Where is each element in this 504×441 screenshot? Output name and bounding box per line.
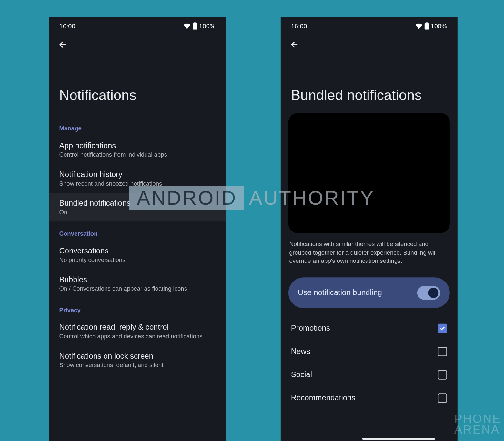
- category-label: Social: [291, 370, 312, 379]
- category-label: News: [291, 347, 310, 356]
- setting-sub: Show conversations, default, and silent: [59, 362, 216, 368]
- phone-left: 16:00 100% Notifications Manage App noti…: [49, 17, 226, 441]
- setting-sub: Control which apps and devices can read …: [59, 333, 216, 340]
- setting-bundled-notifications[interactable]: Bundled notifications On: [49, 193, 226, 221]
- setting-sub: No priority conversations: [59, 256, 216, 263]
- category-row-news[interactable]: News: [281, 340, 458, 363]
- watermark-corner-l2: ARENA: [454, 424, 501, 435]
- toggle-use-bundling[interactable]: Use notification bundling: [288, 277, 450, 308]
- section-header-privacy: Privacy: [49, 298, 226, 317]
- category-label: Recommendations: [291, 394, 356, 403]
- setting-sub: On: [59, 209, 216, 215]
- app-bar: [281, 34, 458, 56]
- watermark-corner: PHONE ARENA: [454, 413, 501, 435]
- setting-title: Bundled notifications: [59, 199, 216, 208]
- back-icon[interactable]: [290, 40, 299, 49]
- battery-icon: [424, 22, 429, 30]
- checkbox-icon[interactable]: [438, 324, 447, 333]
- category-label: Promotions: [291, 324, 330, 333]
- setting-title: Notification history: [59, 170, 216, 179]
- status-time: 16:00: [59, 22, 76, 30]
- setting-app-notifications[interactable]: App notifications Control notifications …: [49, 135, 226, 164]
- category-row-recommendations[interactable]: Recommendations: [281, 386, 458, 410]
- page-title: Notifications: [49, 56, 226, 117]
- watermark-corner-l1: PHONE: [454, 413, 501, 424]
- section-header-manage: Manage: [49, 116, 226, 135]
- nav-indicator: [362, 438, 435, 440]
- setting-sub: On / Conversations can appear as floatin…: [59, 285, 216, 292]
- checkbox-icon[interactable]: [438, 370, 447, 379]
- svg-rect-3: [426, 22, 428, 23]
- setting-conversations[interactable]: Conversations No priority conversations: [49, 241, 226, 269]
- setting-sub: Control notifications from individual ap…: [59, 151, 216, 158]
- status-icons: 100%: [183, 22, 215, 30]
- setting-title: Bubbles: [59, 275, 216, 284]
- category-row-social[interactable]: Social: [281, 363, 458, 386]
- status-bar: 16:00 100%: [49, 17, 226, 34]
- back-icon[interactable]: [58, 40, 68, 49]
- setting-title: Notification read, reply & control: [59, 323, 216, 332]
- checkbox-icon[interactable]: [438, 347, 447, 356]
- checkbox-icon[interactable]: [438, 393, 447, 403]
- category-row-promotions[interactable]: Promotions: [281, 317, 458, 340]
- setting-notification-history[interactable]: Notification history Show recent and sno…: [49, 164, 226, 193]
- toggle-label: Use notification bundling: [298, 288, 382, 297]
- wifi-icon: [183, 23, 191, 29]
- setting-read-reply-control[interactable]: Notification read, reply & control Contr…: [49, 317, 226, 346]
- page-title: Bundled notifications: [281, 56, 458, 110]
- switch-icon: [417, 286, 440, 300]
- status-icons: 100%: [415, 22, 447, 30]
- wifi-icon: [415, 23, 423, 29]
- section-header-conversation: Conversation: [49, 221, 226, 241]
- setting-lockscreen-notifications[interactable]: Notifications on lock screen Show conver…: [49, 346, 226, 374]
- battery-icon: [193, 22, 197, 30]
- status-time: 16:00: [291, 22, 307, 30]
- setting-title: App notifications: [59, 141, 216, 150]
- status-bar: 16:00 100%: [281, 17, 458, 34]
- setting-bubbles[interactable]: Bubbles On / Conversations can appear as…: [49, 269, 226, 298]
- battery-percent: 100%: [199, 22, 216, 30]
- battery-percent: 100%: [431, 22, 447, 30]
- app-bar: [49, 34, 226, 56]
- phone-right: 16:00 100% Bundled notifications Notific…: [281, 17, 458, 441]
- bundling-description: Notifications with similar themes will b…: [281, 238, 458, 273]
- svg-rect-1: [194, 22, 196, 23]
- svg-rect-0: [193, 23, 197, 30]
- svg-rect-2: [424, 23, 429, 30]
- setting-title: Notifications on lock screen: [59, 352, 216, 361]
- setting-title: Conversations: [59, 246, 216, 255]
- preview-card: [288, 113, 450, 233]
- setting-sub: Show recent and snoozed notifications: [59, 180, 216, 187]
